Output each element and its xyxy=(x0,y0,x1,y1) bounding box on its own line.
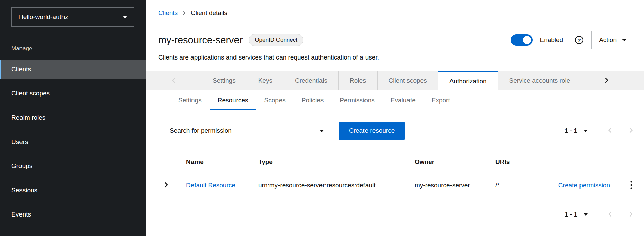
action-dropdown-button[interactable]: Action xyxy=(591,31,634,49)
chevron-right-icon xyxy=(163,182,169,189)
resource-name-link[interactable]: Default Resource xyxy=(186,182,235,189)
sidebar-item-sessions[interactable]: Sessions xyxy=(0,181,146,200)
secondary-tab-bar: Settings Resources Scopes Policies Permi… xyxy=(146,90,644,110)
subtab-scopes[interactable]: Scopes xyxy=(256,90,293,110)
kebab-icon xyxy=(630,180,633,191)
action-dropdown-label: Action xyxy=(599,36,617,44)
type-column-header: Type xyxy=(258,153,415,171)
pagination-options-toggle[interactable] xyxy=(582,128,589,133)
page-header: Clients Client details my-resource-serve… xyxy=(146,0,644,71)
expand-column-header xyxy=(146,153,186,171)
sidebar-item-events[interactable]: Events xyxy=(0,205,146,224)
pagination-range: 1 - 1 xyxy=(565,211,577,218)
subtab-policies[interactable]: Policies xyxy=(294,90,332,110)
realm-selector-dropdown[interactable]: Hello-world-authz xyxy=(11,7,134,27)
subtab-resources[interactable]: Resources xyxy=(210,90,256,110)
sidebar-item-users[interactable]: Users xyxy=(0,132,146,152)
sidebar-nav: Clients Client scopes Realm roles Users … xyxy=(0,60,146,224)
create-resource-button[interactable]: Create resource xyxy=(339,122,405,140)
header-controls: Enabled ? Action xyxy=(511,31,634,49)
pagination-prev-button[interactable] xyxy=(607,211,613,218)
resource-uris-cell: /* xyxy=(495,171,542,199)
resource-type-cell: urn:my-resource-server:resources:default xyxy=(258,171,415,199)
sidebar: Hello-world-authz Manage Clients Client … xyxy=(0,0,146,236)
breadcrumb-link-clients[interactable]: Clients xyxy=(158,9,178,17)
tab-settings[interactable]: Settings xyxy=(202,71,247,90)
chevron-right-icon xyxy=(182,11,186,15)
page-title: my-resource-server xyxy=(158,33,243,47)
table-header-row: Name Type Owner URIs xyxy=(146,153,644,171)
bottom-pagination: 1 - 1 xyxy=(565,211,634,218)
chevron-left-icon xyxy=(607,127,613,134)
tab-scroll-right-button[interactable] xyxy=(588,71,644,90)
realm-selector-label: Hello-world-authz xyxy=(18,13,68,21)
tab-credentials[interactable]: Credentials xyxy=(284,71,338,90)
table-row: Default Resource urn:my-resource-server:… xyxy=(146,171,644,199)
pagination-prev-button[interactable] xyxy=(607,127,613,134)
chevron-right-icon xyxy=(628,211,634,218)
pagination-next-button[interactable] xyxy=(628,211,634,218)
row-kebab-menu-button[interactable] xyxy=(629,179,634,192)
tab-scroll-left-button[interactable] xyxy=(146,71,202,90)
primary-tab-bar: Settings Keys Credentials Roles Client s… xyxy=(146,71,644,90)
chevron-down-icon xyxy=(584,213,588,216)
tab-roles[interactable]: Roles xyxy=(338,71,377,90)
tab-client-scopes[interactable]: Client scopes xyxy=(377,71,438,90)
sidebar-item-client-scopes[interactable]: Client scopes xyxy=(0,84,146,103)
chevron-right-icon xyxy=(604,77,610,84)
chevron-down-icon xyxy=(584,130,588,132)
chevron-right-icon xyxy=(628,127,634,134)
app-window: Hello-world-authz Manage Clients Client … xyxy=(0,0,644,236)
chevron-down-icon xyxy=(320,130,324,132)
uris-column-header: URIs xyxy=(495,153,542,171)
enabled-toggle[interactable] xyxy=(511,34,533,46)
subtab-evaluate[interactable]: Evaluate xyxy=(383,90,424,110)
breadcrumb-current: Client details xyxy=(191,9,227,17)
name-column-header: Name xyxy=(186,153,258,171)
toggle-knob-icon xyxy=(523,36,531,44)
tab-keys[interactable]: Keys xyxy=(247,71,284,90)
client-protocol-badge: OpenID Connect xyxy=(249,34,303,46)
search-permission-dropdown[interactable]: Search for permission xyxy=(163,122,331,140)
owner-column-header: Owner xyxy=(415,153,495,171)
nav-section-title: Manage xyxy=(11,45,146,52)
action-column-header xyxy=(542,153,619,171)
kebab-column-header xyxy=(619,153,644,171)
subtab-export[interactable]: Export xyxy=(424,90,458,110)
chevron-down-icon xyxy=(622,39,626,41)
pagination-options-toggle[interactable] xyxy=(582,212,589,217)
resources-table: Name Type Owner URIs xyxy=(146,153,644,199)
question-circle-icon[interactable]: ? xyxy=(575,36,583,44)
page-description: Clients are applications and services th… xyxy=(158,54,634,71)
pagination-next-button[interactable] xyxy=(628,127,634,134)
resources-toolbar: Search for permission Create resource 1 … xyxy=(146,122,644,140)
breadcrumb: Clients Client details xyxy=(158,9,634,17)
top-pagination: 1 - 1 xyxy=(565,127,634,134)
chevron-left-icon xyxy=(607,211,613,218)
subtab-settings[interactable]: Settings xyxy=(170,90,210,110)
create-permission-link[interactable]: Create permission xyxy=(558,182,610,189)
resource-owner-cell: my-resource-server xyxy=(415,171,495,199)
enabled-label: Enabled xyxy=(540,36,563,44)
tab-service-accounts-roles[interactable]: Service accounts role xyxy=(498,71,582,90)
bottom-pagination-row: 1 - 1 xyxy=(146,199,644,218)
title-row: my-resource-server OpenID Connect Enable… xyxy=(158,31,634,49)
main-content: Clients Client details my-resource-serve… xyxy=(146,0,644,236)
sidebar-item-clients[interactable]: Clients xyxy=(0,60,146,79)
chevron-down-icon xyxy=(123,16,127,18)
sidebar-item-groups[interactable]: Groups xyxy=(0,156,146,176)
sidebar-item-realm-roles[interactable]: Realm roles xyxy=(0,108,146,127)
expand-row-button[interactable] xyxy=(162,180,171,190)
subtab-permissions[interactable]: Permissions xyxy=(332,90,382,110)
tab-authorization[interactable]: Authorization xyxy=(438,71,498,90)
pagination-range: 1 - 1 xyxy=(565,127,577,134)
primary-tabs-viewport: Settings Keys Credentials Roles Client s… xyxy=(202,71,588,90)
search-permission-label: Search for permission xyxy=(170,127,232,134)
chevron-left-icon xyxy=(171,77,177,84)
